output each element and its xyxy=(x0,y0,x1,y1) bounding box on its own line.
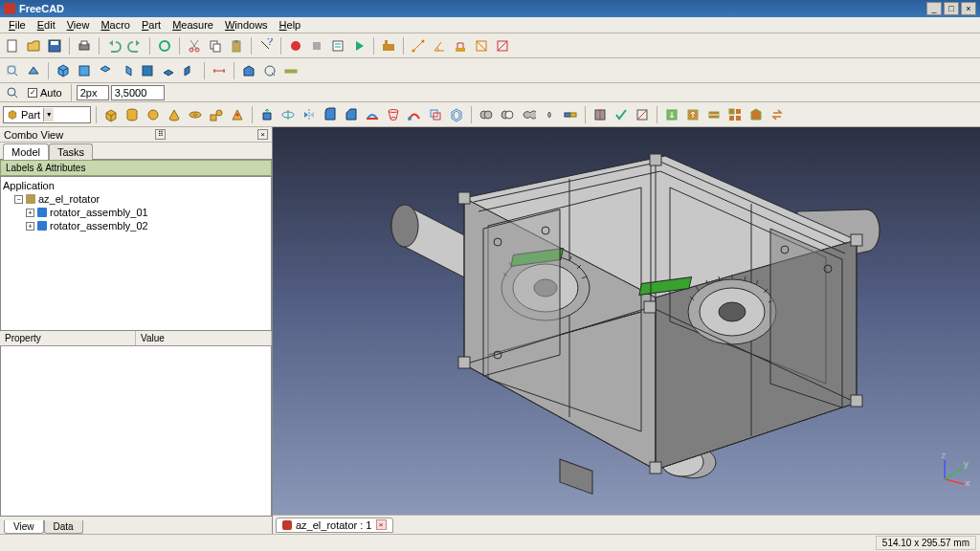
property-body[interactable] xyxy=(0,346,272,517)
part-crossection-button[interactable] xyxy=(704,105,724,124)
macros-button[interactable] xyxy=(328,36,347,55)
stop-macro-button[interactable] xyxy=(307,36,326,55)
measure-linear-button[interactable] xyxy=(409,36,428,55)
part-mirror-button[interactable] xyxy=(300,105,319,124)
front-view-button[interactable] xyxy=(75,61,94,80)
menu-macro[interactable]: Macro xyxy=(95,17,136,33)
record-macro-button[interactable] xyxy=(286,36,305,55)
axo-view-button[interactable] xyxy=(54,61,73,80)
menu-part[interactable]: Part xyxy=(136,17,167,33)
paste-button[interactable] xyxy=(227,36,246,55)
part-cut-button[interactable] xyxy=(498,105,517,124)
menu-windows[interactable]: Windows xyxy=(219,17,274,33)
right-view-button[interactable] xyxy=(117,61,136,80)
open-button[interactable] xyxy=(24,36,43,55)
snap-auto-checkbox[interactable]: ✓ Auto xyxy=(28,87,62,99)
close-document-button[interactable]: × xyxy=(376,519,387,530)
tree-application[interactable]: Application xyxy=(3,179,269,192)
save-button[interactable] xyxy=(45,36,64,55)
part-import-button[interactable] xyxy=(662,105,681,124)
run-macro-button[interactable] xyxy=(349,36,368,55)
minimize-button[interactable]: _ xyxy=(926,2,942,15)
part-cylinder-button[interactable] xyxy=(122,105,142,124)
part-shapefromsk-button[interactable] xyxy=(746,105,766,124)
expand-icon[interactable]: + xyxy=(26,222,34,231)
menu-help[interactable]: Help xyxy=(274,17,307,33)
part-sphere-button[interactable] xyxy=(144,105,163,124)
maximize-button[interactable]: □ xyxy=(944,2,959,15)
snap-px-input[interactable]: 2px xyxy=(77,85,109,100)
workbench-selector[interactable]: Part ▼ xyxy=(3,106,91,123)
cut-button[interactable] xyxy=(185,36,204,55)
fit-all-button[interactable] xyxy=(3,61,22,80)
tree-document[interactable]: − az_el_rotator xyxy=(3,192,269,206)
part-thickness-button[interactable] xyxy=(447,105,466,124)
part-builder-button[interactable] xyxy=(228,105,247,124)
undo-button[interactable] xyxy=(104,36,123,55)
menu-view[interactable]: View xyxy=(61,17,96,33)
dock-toggle-button[interactable]: ⠿ xyxy=(155,129,166,140)
measure-clear-button[interactable] xyxy=(451,36,470,55)
part-boolean-button[interactable] xyxy=(477,105,496,124)
measure-angular-button[interactable] xyxy=(430,36,449,55)
property-col[interactable]: Property xyxy=(0,331,136,345)
part-ruled-button[interactable] xyxy=(363,105,382,124)
top-view-button[interactable] xyxy=(96,61,115,80)
part-join-button[interactable] xyxy=(561,105,580,124)
workbench-icon[interactable] xyxy=(379,36,398,55)
part-torus-button[interactable] xyxy=(186,105,205,124)
part-cone-button[interactable] xyxy=(165,105,184,124)
tree-item[interactable]: + rotator_assembly_02 xyxy=(3,219,269,232)
part-export-button[interactable] xyxy=(683,105,702,124)
bottom-view-button[interactable] xyxy=(159,61,178,80)
part-fuse-button[interactable] xyxy=(519,105,538,124)
menu-edit[interactable]: Edit xyxy=(32,17,61,33)
part-loft-button[interactable] xyxy=(384,105,403,124)
dock-close-button[interactable]: × xyxy=(257,129,268,140)
part-offset-button[interactable] xyxy=(426,105,445,124)
measure-toggle-button[interactable] xyxy=(472,36,491,55)
document-tab[interactable]: az_el_rotator : 1 × xyxy=(276,518,393,533)
part-chamfer-button[interactable] xyxy=(342,105,361,124)
redo-button[interactable] xyxy=(125,36,145,55)
part-section-button[interactable] xyxy=(633,105,652,124)
3d-viewport[interactable]: z y x xyxy=(273,127,980,515)
measure-toggle3d-button[interactable] xyxy=(493,36,512,55)
part-compound-button[interactable] xyxy=(725,105,745,124)
left-view-button[interactable] xyxy=(180,61,199,80)
part-checkgeo-button[interactable] xyxy=(612,105,631,124)
new-button[interactable] xyxy=(3,36,22,55)
expand-icon[interactable]: − xyxy=(14,195,23,204)
part-reverse-button[interactable] xyxy=(768,105,787,124)
tree-item[interactable]: + rotator_assembly_01 xyxy=(3,206,269,219)
part-revolve-button[interactable] xyxy=(278,105,298,124)
copy-button[interactable] xyxy=(206,36,225,55)
expand-icon[interactable]: + xyxy=(26,209,34,217)
whatsthis-button[interactable]: ? xyxy=(256,36,276,55)
value-col[interactable]: Value xyxy=(136,331,272,345)
part-fillet-button[interactable] xyxy=(321,105,340,124)
part-box-button[interactable] xyxy=(101,105,121,124)
tab-view[interactable]: View xyxy=(4,520,44,534)
refresh-button[interactable] xyxy=(155,36,174,55)
part-sweep-button[interactable] xyxy=(405,105,424,124)
part-extrude-button[interactable] xyxy=(257,105,277,124)
zoom-area-button[interactable] xyxy=(3,83,22,102)
part-primitives-button[interactable] xyxy=(207,105,226,124)
snap-num-input[interactable]: 3,5000 xyxy=(111,85,165,100)
menu-measure[interactable]: Measure xyxy=(167,17,219,33)
part-color-ico[interactable] xyxy=(260,61,279,80)
close-window-button[interactable]: × xyxy=(961,2,976,15)
measure-distance-button[interactable] xyxy=(210,61,229,80)
print-button[interactable] xyxy=(75,36,94,55)
model-tree[interactable]: Application − az_el_rotator + rotator_as… xyxy=(0,176,272,331)
draw-style-button[interactable] xyxy=(24,61,43,80)
part-split-button[interactable] xyxy=(590,105,610,124)
tab-model[interactable]: Model xyxy=(3,143,49,160)
tab-tasks[interactable]: Tasks xyxy=(49,143,93,160)
menu-file[interactable]: File xyxy=(3,17,32,33)
part-common-button[interactable] xyxy=(540,105,559,124)
rear-view-button[interactable] xyxy=(138,61,157,80)
tab-data[interactable]: Data xyxy=(44,520,83,534)
part-measure-icon[interactable] xyxy=(281,61,301,80)
